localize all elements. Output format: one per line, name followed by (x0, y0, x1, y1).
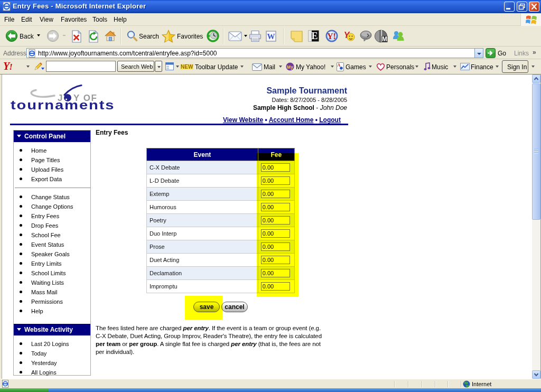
svg-text:E: E (311, 31, 318, 41)
svg-text:M: M (382, 35, 387, 43)
svg-text:My: My (287, 64, 293, 70)
svg-text:tournaments: tournaments (11, 98, 114, 112)
svg-text:A: A (338, 63, 341, 68)
svg-text:W: W (267, 32, 275, 41)
svg-text:Y!: Y! (327, 32, 336, 41)
